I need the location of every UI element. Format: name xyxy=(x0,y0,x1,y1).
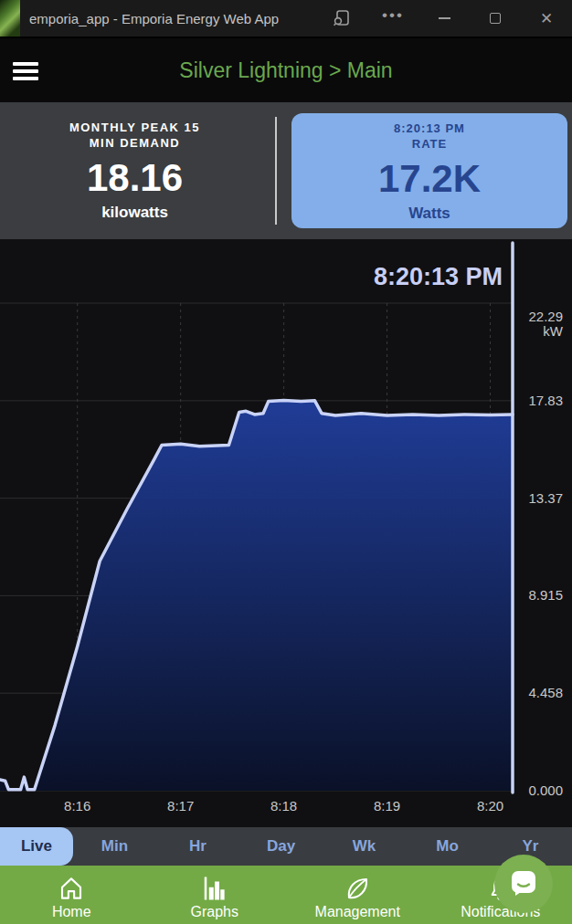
window-titlebar: emporia_app - Emporia Energy Web App •••… xyxy=(0,0,572,38)
maximize-icon xyxy=(490,13,501,24)
maximize-button[interactable] xyxy=(470,0,521,37)
stat-value: 18.16 xyxy=(0,158,270,198)
search-in-page-button[interactable] xyxy=(316,0,367,37)
x-axis-label: 8:20 xyxy=(477,798,503,814)
timeframe-wk[interactable]: Wk xyxy=(323,827,406,866)
stats-strip: MONTHLY PEAK 15 MIN DEMAND 18.16 kilowat… xyxy=(0,102,572,239)
rate-stat-card[interactable]: 8:20:13 PM RATE 17.2K Watts xyxy=(291,113,567,228)
timeframe-live[interactable]: Live xyxy=(0,827,73,866)
timeframe-day[interactable]: Day xyxy=(239,827,323,866)
breadcrumb[interactable]: Silver Lightning > Main xyxy=(0,58,572,83)
y-axis-label: 0.000 xyxy=(528,782,563,798)
chat-bubble-icon xyxy=(507,867,540,900)
y-axis-label: 8.915 xyxy=(528,587,563,603)
monthly-peak-stat: MONTHLY PEAK 15 MIN DEMAND 18.16 kilowat… xyxy=(0,120,270,222)
bar-chart-icon xyxy=(201,873,228,904)
nav-home-label: Home xyxy=(52,904,91,920)
x-axis-label: 8:19 xyxy=(374,798,400,814)
rate-time-label: 8:20:13 PM xyxy=(291,121,567,136)
search-in-page-icon xyxy=(333,9,351,27)
app-leaf-icon xyxy=(0,0,20,37)
x-axis-label: 8:18 xyxy=(270,798,297,814)
minimize-icon xyxy=(439,17,450,19)
timeframe-hr[interactable]: Hr xyxy=(156,827,239,866)
timeframe-mo[interactable]: Mo xyxy=(406,827,489,866)
stat-unit: kilowatts xyxy=(0,204,270,222)
nav-graphs-label: Graphs xyxy=(191,904,238,920)
leaf-icon xyxy=(344,873,371,904)
nav-home[interactable]: Home xyxy=(0,866,143,924)
bottom-nav: Home Graphs Management xyxy=(0,866,572,924)
rate-label: RATE xyxy=(291,136,567,152)
window-controls: ••• ✕ xyxy=(316,0,572,37)
nav-management-label: Management xyxy=(315,904,400,920)
timeframe-min[interactable]: Min xyxy=(73,827,156,866)
y-axis-label: 22.29 xyxy=(528,309,563,324)
nav-graphs[interactable]: Graphs xyxy=(143,866,287,924)
close-button[interactable]: ✕ xyxy=(521,0,572,37)
stat-label-line1: MONTHLY PEAK 15 xyxy=(0,120,270,135)
hamburger-icon xyxy=(13,62,38,66)
chart-region: 22.29kW17.8313.378.9154.4580.0008:168:17… xyxy=(0,239,572,827)
y-axis-label: 13.37 xyxy=(528,490,563,506)
app-window: emporia_app - Emporia Energy Web App •••… xyxy=(0,0,572,924)
home-icon xyxy=(58,873,85,904)
stats-divider xyxy=(275,117,277,225)
rate-unit: Watts xyxy=(291,205,567,223)
x-axis-label: 8:16 xyxy=(64,798,90,814)
menu-button[interactable] xyxy=(7,57,44,86)
live-chart[interactable]: 22.29kW17.8313.378.9154.4580.0008:168:17… xyxy=(0,239,572,827)
more-options-button[interactable]: ••• xyxy=(367,0,418,37)
y-axis-label: 4.458 xyxy=(528,685,563,700)
window-title: emporia_app - Emporia Energy Web App xyxy=(29,11,316,26)
live-timestamp: 8:20:13 PM xyxy=(374,263,503,290)
nav-management[interactable]: Management xyxy=(286,866,429,924)
stat-label-line2: MIN DEMAND xyxy=(0,135,270,151)
x-axis-label: 8:17 xyxy=(167,798,194,814)
y-axis-label: 17.83 xyxy=(528,393,563,408)
timeframe-bar: Live Min Hr Day Wk Mo Yr xyxy=(0,827,572,866)
chat-fab-button[interactable] xyxy=(494,855,553,913)
y-axis-unit: kW xyxy=(543,323,564,339)
app-header: Silver Lightning > Main xyxy=(0,38,572,102)
rate-value: 17.2K xyxy=(291,159,567,199)
minimize-button[interactable] xyxy=(418,0,470,37)
